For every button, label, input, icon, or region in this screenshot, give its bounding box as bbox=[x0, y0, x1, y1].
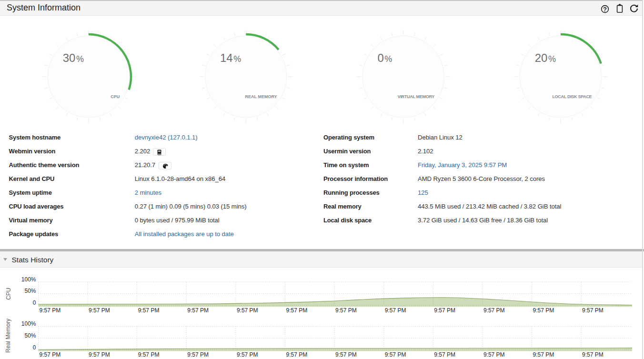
svg-text:9:57 PM: 9:57 PM bbox=[187, 351, 209, 358]
svg-text:9:57 PM: 9:57 PM bbox=[483, 351, 505, 358]
svg-text:9:57 PM: 9:57 PM bbox=[335, 351, 357, 358]
svg-text:9:57 PM: 9:57 PM bbox=[40, 351, 61, 358]
svg-text:9:57 PM: 9:57 PM bbox=[138, 351, 160, 358]
svg-text:9:57 PM: 9:57 PM bbox=[385, 351, 406, 358]
svg-text:9:57 PM: 9:57 PM bbox=[434, 307, 455, 314]
svg-text:Real Memory: Real Memory bbox=[5, 319, 11, 352]
svg-text:0: 0 bbox=[33, 344, 36, 351]
svg-text:0: 0 bbox=[33, 299, 36, 306]
svg-text:9:57 PM: 9:57 PM bbox=[187, 307, 209, 314]
svg-text:9:57 PM: 9:57 PM bbox=[533, 351, 554, 358]
svg-text:50%: 50% bbox=[24, 288, 36, 294]
svg-text:50%: 50% bbox=[24, 332, 36, 339]
svg-text:9:57 PM: 9:57 PM bbox=[385, 307, 406, 314]
svg-text:9:57 PM: 9:57 PM bbox=[483, 307, 505, 314]
svg-text:CPU: CPU bbox=[5, 288, 12, 299]
svg-text:9:57 PM: 9:57 PM bbox=[434, 351, 455, 358]
svg-text:9:57 PM: 9:57 PM bbox=[138, 307, 160, 314]
svg-text:100%: 100% bbox=[21, 276, 36, 283]
svg-text:9:57 PM: 9:57 PM bbox=[335, 307, 357, 314]
svg-text:9:57 PM: 9:57 PM bbox=[237, 351, 258, 358]
svg-text:9:57 PM: 9:57 PM bbox=[286, 307, 308, 314]
svg-text:9:57 PM: 9:57 PM bbox=[89, 351, 110, 358]
svg-text:9:57 PM: 9:57 PM bbox=[582, 307, 604, 314]
svg-text:9:57 PM: 9:57 PM bbox=[582, 351, 604, 358]
svg-text:9:57 PM: 9:57 PM bbox=[533, 307, 554, 314]
svg-text:9:57 PM: 9:57 PM bbox=[286, 351, 308, 358]
svg-text:9:57 PM: 9:57 PM bbox=[237, 307, 258, 314]
svg-text:100%: 100% bbox=[21, 320, 36, 327]
svg-text:9:57 PM: 9:57 PM bbox=[89, 307, 110, 314]
svg-text:9:57 PM: 9:57 PM bbox=[40, 307, 61, 314]
